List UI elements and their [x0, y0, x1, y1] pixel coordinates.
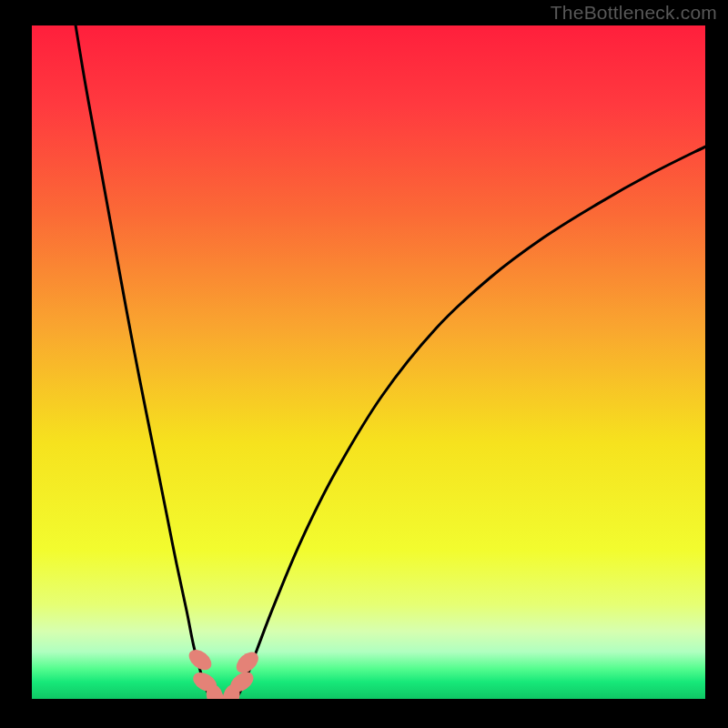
chart-background: [32, 25, 705, 699]
chart-svg: [32, 25, 705, 699]
outer-frame: TheBottleneck.com: [0, 0, 728, 728]
watermark-text: TheBottleneck.com: [551, 2, 717, 24]
plot-area: [32, 25, 705, 699]
